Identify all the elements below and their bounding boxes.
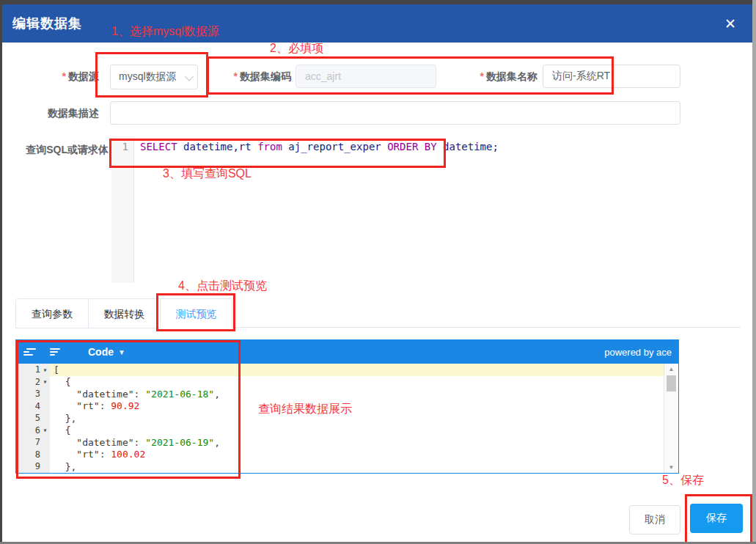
json-token: "datetime" [54, 437, 134, 448]
required-asterisk: * [480, 70, 484, 82]
window-frame-left [0, 0, 2, 544]
fold-icon[interactable]: ▾ [40, 378, 50, 386]
gutter-cell: 3 [16, 388, 50, 400]
datasource-select[interactable]: mysql数据源 [110, 65, 198, 89]
annotation-step2: 2、必填项 [270, 41, 323, 56]
gutter-cell: 9 [16, 460, 50, 473]
gutter-cell: 5 [16, 412, 50, 424]
required-asterisk: * [234, 70, 238, 82]
line-number: 8 [16, 449, 40, 460]
json-line-10: 10 { [16, 473, 664, 474]
code-text: }, [50, 412, 664, 424]
save-button[interactable]: 保存 [690, 504, 743, 533]
json-token: : [134, 389, 146, 400]
line-number: 4 [16, 401, 40, 411]
json-line-3: 3 "datetime": "2021-06-18", [16, 388, 664, 400]
code-text: { [50, 424, 664, 437]
json-editor-content[interactable]: 1▾[2▾ {3 "datetime": "2021-06-18",4 "rt"… [16, 364, 664, 473]
gutter-cell: 7 [16, 436, 50, 449]
code-text: "datetime": "2021-06-19", [50, 436, 664, 449]
json-token: { [54, 376, 70, 387]
fold-icon[interactable]: ▾ [40, 426, 50, 434]
annotation-step1: 1、选择mysql数据源 [111, 24, 219, 40]
caret-down-icon: ▼ [118, 348, 125, 356]
json-line-8: 8 "rt": 100.02 [16, 449, 664, 461]
scroll-down-icon[interactable]: ▼ [664, 462, 678, 473]
dialog-title: 编辑数据集 [12, 15, 82, 32]
tab-bar: 查询参数数据转换测试预览 [15, 298, 232, 328]
line-number: 2 [16, 377, 40, 387]
gutter-cell: 8 [16, 449, 50, 461]
dataset-desc-label: 数据集描述 [21, 107, 99, 120]
editor-scrollbar[interactable]: ▲ ▼ [664, 364, 678, 473]
sql-token: ORDER BY [387, 141, 436, 152]
json-token: 100.02 [111, 449, 145, 460]
window-frame-right [752, 0, 756, 544]
json-editor-menu: Code ▼ powered by ace [16, 340, 678, 364]
compact-json-icon[interactable] [47, 344, 69, 360]
sql-code-line: SELECT datetime,rt from aj_report_exper … [140, 141, 499, 152]
annotation-result-note: 查询结果数据展示 [258, 402, 352, 417]
scrollbar-thumb[interactable] [667, 375, 676, 392]
tab-1[interactable]: 查询参数 [16, 299, 88, 328]
json-token: }, [54, 461, 76, 472]
json-token: "rt" [54, 449, 100, 460]
dataset-name-input[interactable] [543, 65, 680, 88]
fold-icon[interactable]: ▾ [40, 366, 50, 374]
mode-select-label: Code [88, 346, 114, 358]
gutter-cell: 1▾ [16, 364, 50, 376]
json-token: "datetime" [54, 389, 134, 400]
json-token: "2021-06-18" [145, 389, 214, 400]
tab-2[interactable]: 数据转换 [88, 299, 160, 328]
sql-token: from [257, 141, 282, 152]
sql-editor-gutter: 1 [111, 136, 134, 283]
json-token: "rt" [54, 400, 100, 411]
json-token: , [214, 389, 220, 400]
format-json-icon[interactable] [21, 344, 43, 360]
json-token: : [100, 400, 111, 411]
dataset-code-label: *数据集编码 [213, 70, 291, 84]
sql-token: datetime,rt [177, 141, 258, 152]
json-line-6: 6▾ { [16, 424, 664, 437]
edit-dataset-dialog: 编辑数据集 ✕ 1、选择mysql数据源 *数据源 mysql数据源 2、必填项… [0, 0, 756, 544]
annotation-step3: 3、填写查询SQL [163, 166, 252, 182]
json-line-7: 7 "datetime": "2021-06-19", [16, 436, 664, 449]
gutter-cell: 4 [16, 400, 50, 413]
sql-token: SELECT [140, 141, 177, 152]
annotation-step4: 4、点击测试预览 [178, 279, 267, 294]
required-asterisk: * [62, 70, 66, 82]
sql-label: 查询SQL或请求体 [21, 144, 109, 157]
datasource-label: *数据源 [29, 70, 99, 84]
close-icon[interactable]: ✕ [724, 17, 736, 31]
dataset-desc-input[interactable] [110, 101, 680, 125]
cancel-button[interactable]: 取消 [629, 505, 680, 534]
json-line-1: 1▾[ [16, 364, 664, 376]
line-number: 3 [16, 389, 40, 399]
tab-3[interactable]: 测试预览 [160, 299, 232, 328]
sql-editor[interactable]: 1 SELECT datetime,rt from aj_report_expe… [111, 136, 679, 283]
scroll-up-icon[interactable]: ▲ [664, 364, 678, 375]
chevron-down-icon [178, 74, 197, 81]
json-token: : [100, 449, 111, 460]
line-number: 5 [16, 413, 40, 423]
line-number: 6 [16, 425, 40, 435]
code-text: "rt": 90.92 [50, 400, 664, 413]
json-token: }, [54, 413, 76, 424]
sql-token: datetime; [437, 141, 499, 152]
json-token: : [134, 437, 146, 448]
dataset-name-label: *数据集名称 [459, 70, 537, 84]
code-text: { [50, 376, 664, 389]
gutter-cell: 10 [16, 473, 50, 474]
dataset-code-input[interactable] [296, 65, 436, 88]
code-text: "rt": 100.02 [50, 449, 664, 461]
json-token: , [214, 437, 220, 448]
gutter-cell: 2▾ [16, 376, 50, 389]
json-token: "2021-06-19" [145, 437, 214, 448]
powered-by-ace-label: powered by ace [604, 347, 672, 358]
json-line-2: 2▾ { [16, 376, 664, 389]
mode-select-dropdown[interactable]: Code ▼ [88, 346, 125, 358]
json-token: 90.92 [111, 400, 139, 411]
json-token: [ [54, 364, 59, 375]
json-line-9: 9 }, [16, 460, 664, 473]
line-number: 9 [16, 461, 40, 471]
